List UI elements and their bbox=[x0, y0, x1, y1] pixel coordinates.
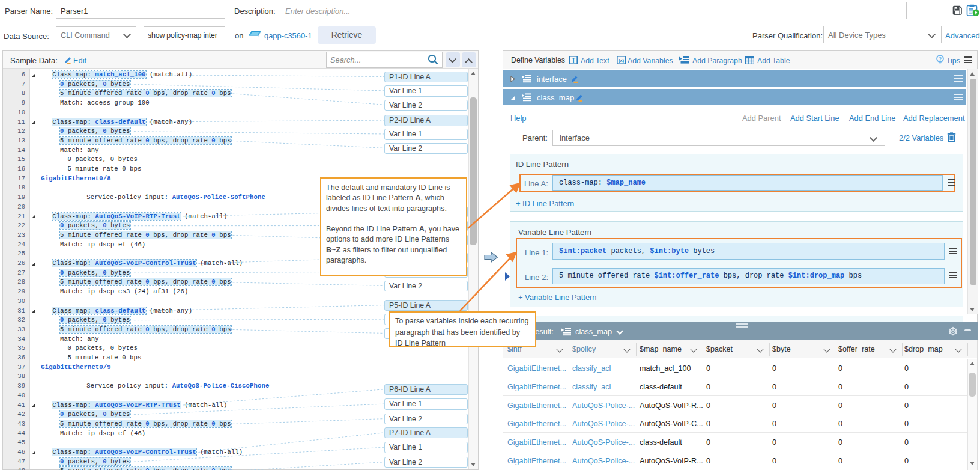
svg-text:T: T bbox=[572, 57, 575, 64]
svg-text:(x): (x) bbox=[619, 58, 625, 63]
svg-text:?: ? bbox=[939, 56, 942, 62]
